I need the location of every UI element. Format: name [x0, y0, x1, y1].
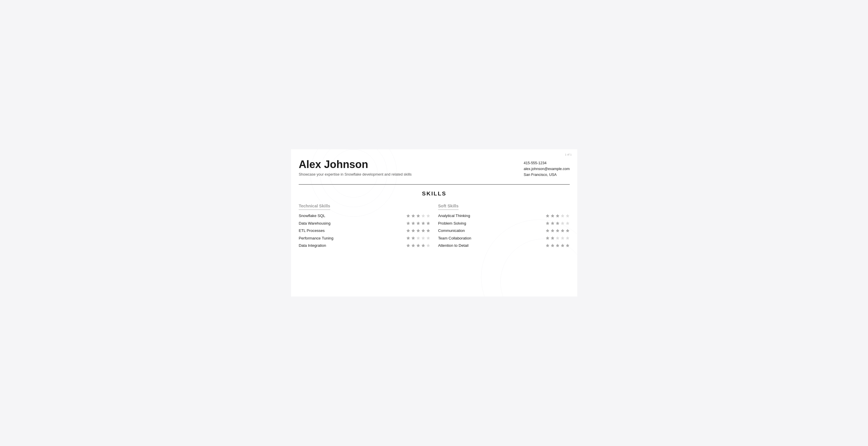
svg-marker-1	[411, 214, 415, 218]
svg-marker-19	[426, 236, 430, 240]
location: San Francisco, USA	[524, 173, 570, 177]
svg-marker-31	[551, 221, 554, 225]
svg-marker-34	[566, 221, 569, 225]
svg-marker-49	[566, 244, 569, 247]
skill-row: Data Warehousing	[299, 221, 430, 225]
svg-marker-5	[406, 221, 410, 225]
svg-marker-21	[411, 244, 415, 247]
svg-marker-12	[416, 229, 420, 232]
svg-marker-22	[416, 244, 420, 247]
skill-rating	[406, 221, 430, 225]
skill-row: Snowflake SQL	[299, 214, 430, 218]
svg-marker-15	[406, 236, 410, 240]
skill-name: Snowflake SQL	[299, 214, 402, 218]
svg-marker-3	[422, 214, 425, 218]
svg-marker-37	[556, 229, 559, 232]
candidate-subtitle: Showcase your expertise in Snowflake dev…	[299, 172, 524, 177]
header-right: 415-555-1234 alex.johnson@example.com Sa…	[524, 159, 570, 179]
svg-marker-29	[566, 214, 569, 218]
svg-marker-11	[411, 229, 415, 232]
svg-marker-13	[422, 229, 425, 232]
skill-row: Performance Tuning	[299, 236, 430, 241]
skill-name: Data Warehousing	[299, 221, 402, 225]
svg-marker-39	[566, 229, 569, 232]
skill-row: Team Collaboration	[438, 236, 569, 241]
svg-marker-40	[546, 236, 549, 240]
svg-marker-42	[556, 236, 559, 240]
svg-marker-46	[551, 244, 554, 247]
svg-marker-6	[411, 221, 415, 225]
svg-marker-48	[561, 244, 564, 247]
skill-rating	[545, 243, 569, 248]
svg-marker-43	[561, 236, 564, 240]
svg-marker-23	[422, 244, 425, 247]
skill-rating	[545, 221, 569, 225]
svg-marker-16	[411, 236, 415, 240]
svg-marker-10	[406, 229, 410, 232]
svg-marker-36	[551, 229, 554, 232]
skill-name: Attention to Detail	[438, 243, 541, 248]
skill-row: ETL Processes	[299, 228, 430, 233]
svg-marker-35	[546, 229, 549, 232]
skill-row: Problem Solving	[438, 221, 569, 225]
section-divider	[299, 184, 570, 185]
skill-row: Analytical Thinking	[438, 214, 569, 218]
svg-marker-14	[426, 229, 430, 232]
skill-row: Communication	[438, 228, 569, 233]
svg-marker-24	[426, 244, 430, 247]
svg-marker-8	[422, 221, 425, 225]
email-address: alex.johnson@example.com	[524, 167, 570, 171]
header-section: Alex Johnson Showcase your expertise in …	[299, 159, 570, 179]
resume-page: 1 of 1 Alex Johnson Showcase your expert…	[291, 149, 577, 297]
skill-name: Problem Solving	[438, 221, 541, 225]
svg-marker-25	[546, 214, 549, 218]
svg-marker-30	[546, 221, 549, 225]
skill-rating	[406, 236, 430, 241]
technical-skills-column: Technical Skills Snowflake SQL	[299, 203, 430, 251]
svg-marker-38	[561, 229, 564, 232]
skill-name: Communication	[438, 228, 541, 233]
skill-name: Performance Tuning	[299, 236, 402, 241]
main-content: Alex Johnson Showcase your expertise in …	[299, 159, 570, 289]
skill-name: Team Collaboration	[438, 236, 541, 241]
svg-marker-2	[416, 214, 420, 218]
svg-marker-41	[551, 236, 554, 240]
svg-marker-47	[556, 244, 559, 247]
skill-row: Attention to Detail	[438, 243, 569, 248]
svg-marker-28	[561, 214, 564, 218]
skills-section: SKILLS Technical Skills Snowflake SQL	[299, 190, 570, 251]
svg-marker-0	[406, 214, 410, 218]
skill-name: Analytical Thinking	[438, 214, 541, 218]
soft-skills-heading: Soft Skills	[438, 203, 458, 210]
phone-number: 415-555-1234	[524, 161, 570, 165]
skill-rating	[545, 236, 569, 241]
svg-marker-45	[546, 244, 549, 247]
skills-title: SKILLS	[299, 190, 570, 197]
skill-row: Data Integration	[299, 243, 430, 248]
candidate-name: Alex Johnson	[299, 159, 524, 169]
technical-skills-heading: Technical Skills	[299, 203, 330, 210]
skill-rating	[545, 214, 569, 218]
skills-grid: Technical Skills Snowflake SQL	[299, 203, 570, 251]
svg-marker-18	[422, 236, 425, 240]
skill-rating	[406, 243, 430, 248]
skill-name: ETL Processes	[299, 228, 402, 233]
soft-skills-column: Soft Skills Analytical Thinking	[438, 203, 569, 251]
svg-marker-7	[416, 221, 420, 225]
svg-marker-32	[556, 221, 559, 225]
skill-rating	[406, 214, 430, 218]
svg-marker-33	[561, 221, 564, 225]
svg-marker-26	[551, 214, 554, 218]
svg-marker-20	[406, 244, 410, 247]
skill-rating	[545, 228, 569, 233]
svg-marker-17	[416, 236, 420, 240]
svg-marker-4	[426, 214, 430, 218]
svg-marker-44	[566, 236, 569, 240]
skill-name: Data Integration	[299, 243, 402, 248]
svg-marker-27	[556, 214, 559, 218]
skill-rating	[406, 228, 430, 233]
svg-marker-9	[426, 221, 430, 225]
header-left: Alex Johnson Showcase your expertise in …	[299, 159, 524, 177]
page-counter: 1 of 1	[565, 153, 571, 156]
